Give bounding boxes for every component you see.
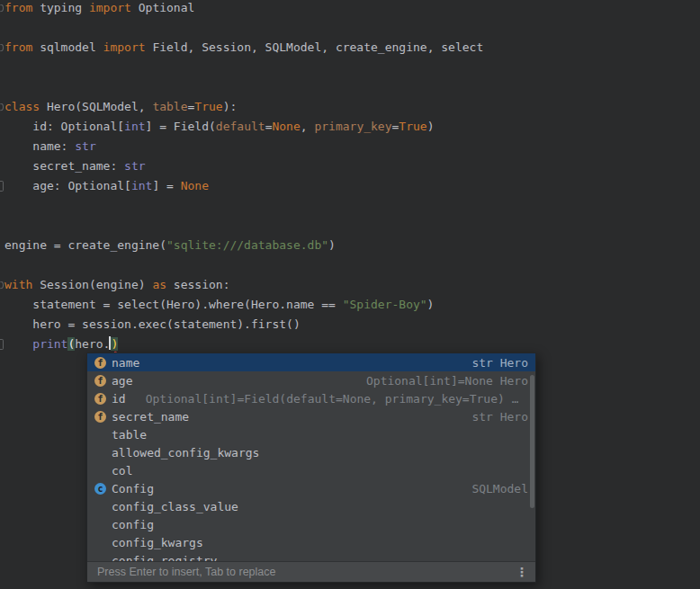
completion-label: config_class_value bbox=[112, 500, 238, 513]
code-line[interactable]: secret_name: str bbox=[0, 156, 700, 176]
completion-type-hint: SQLModel bbox=[462, 482, 528, 495]
code-token: True bbox=[194, 100, 222, 113]
code-token: ] = Field( bbox=[146, 120, 216, 133]
completion-label: name bbox=[112, 356, 139, 370]
gutter-icon[interactable] bbox=[0, 281, 4, 290]
completion-item[interactable]: fnamestr Hero bbox=[87, 353, 535, 371]
completion-signature: Optional[int]=Field(default=None, primar… bbox=[146, 392, 519, 406]
code-token: None bbox=[272, 120, 300, 133]
code-token: id: Optional[ bbox=[4, 120, 124, 133]
code-line[interactable]: with Session(engine) as session: bbox=[0, 275, 700, 295]
code-token: statement = select(Hero).where(Hero.name… bbox=[4, 298, 343, 311]
code-token: hero. bbox=[75, 337, 110, 351]
icon-spacer bbox=[94, 429, 106, 441]
completion-type-hint: Optional[int]=None Hero bbox=[357, 374, 528, 388]
code-token: ) bbox=[427, 120, 435, 133]
code-token: age: Optional[ bbox=[4, 179, 131, 192]
gutter-icon[interactable] bbox=[0, 44, 4, 52]
completion-item[interactable]: config_kwargs bbox=[87, 533, 535, 551]
completion-label: config_kwargs bbox=[112, 536, 203, 549]
code-token: hero = session.exec(statement).first() bbox=[4, 317, 301, 331]
footer-hint-text: Press Enter to insert, Tab to replace bbox=[97, 566, 275, 578]
completion-item[interactable]: cConfigSQLModel bbox=[87, 479, 535, 497]
completion-item[interactable]: config_class_value bbox=[87, 497, 535, 515]
autocomplete-popup: fnamestr HerofageOptional[int]=None Hero… bbox=[86, 353, 536, 583]
code-line[interactable]: engine = create_engine("sqlite:///databa… bbox=[0, 236, 700, 255]
completion-item[interactable]: config_registry bbox=[87, 551, 535, 561]
kebab-menu-icon[interactable]: ⋮ bbox=[516, 566, 528, 578]
code-line[interactable]: from sqlmodel import Field, Session, SQL… bbox=[0, 38, 700, 58]
code-line[interactable] bbox=[0, 216, 700, 236]
code-token: sqlmodel bbox=[32, 40, 103, 54]
code-token: secret_name: bbox=[4, 159, 124, 173]
code-token: ) bbox=[111, 337, 118, 351]
completion-type-hint: str Hero bbox=[462, 410, 528, 424]
code-line[interactable] bbox=[0, 255, 700, 275]
gutter-icon[interactable] bbox=[0, 181, 4, 192]
code-token: typing bbox=[32, 1, 89, 14]
code-token: "sqlite:///database.db" bbox=[166, 238, 328, 252]
code-line[interactable]: age: Optional[int] = None bbox=[0, 176, 700, 196]
code-line[interactable]: from typing import Optional bbox=[0, 0, 700, 18]
completion-item[interactable]: col bbox=[87, 461, 535, 479]
code-line[interactable] bbox=[0, 18, 700, 38]
code-line[interactable]: name: str bbox=[0, 137, 700, 156]
code-line[interactable] bbox=[0, 77, 700, 97]
completion-label: Config bbox=[112, 482, 154, 495]
code-token: class bbox=[4, 100, 40, 113]
code-token: str bbox=[124, 159, 145, 173]
completion-footer: Press Enter to insert, Tab to replace ⋮ bbox=[87, 561, 535, 582]
code-editor[interactable]: from typing import Optionalfrom sqlmodel… bbox=[0, 0, 700, 354]
code-token: "Spider-Boy" bbox=[343, 298, 427, 311]
code-token: int bbox=[124, 120, 145, 133]
gutter-icon[interactable] bbox=[0, 4, 4, 13]
completion-item[interactable]: fageOptional[int]=None Hero bbox=[87, 371, 535, 389]
code-token: from bbox=[4, 40, 32, 54]
completion-item[interactable]: table bbox=[87, 425, 535, 443]
field-icon: f bbox=[94, 357, 106, 369]
code-line[interactable]: hero = session.exec(statement).first() bbox=[0, 315, 700, 335]
completion-item[interactable]: fsecret_namestr Hero bbox=[87, 407, 535, 425]
completion-label: config bbox=[112, 518, 154, 531]
code-token: print bbox=[32, 337, 67, 351]
popup-scrollbar[interactable] bbox=[530, 375, 534, 508]
code-token: Field, Session, SQLModel, create_engine,… bbox=[146, 40, 484, 54]
code-token: None bbox=[181, 179, 209, 192]
completion-label: id bbox=[112, 392, 126, 406]
field-icon: f bbox=[94, 375, 106, 387]
code-token: , bbox=[301, 120, 315, 133]
code-token: as bbox=[152, 278, 166, 291]
code-line[interactable]: id: Optional[int] = Field(default=None, … bbox=[0, 117, 700, 137]
code-token: import bbox=[103, 40, 146, 54]
code-line[interactable]: class Hero(SQLModel, table=True): bbox=[0, 97, 700, 117]
completion-label: table bbox=[112, 428, 147, 442]
code-token: ) bbox=[328, 238, 336, 252]
completion-item[interactable]: config bbox=[87, 515, 535, 533]
code-line[interactable] bbox=[0, 196, 700, 216]
code-token: name: bbox=[4, 139, 75, 153]
code-line[interactable]: statement = select(Hero).where(Hero.name… bbox=[0, 295, 700, 315]
completion-label: allowed_config_kwargs bbox=[112, 446, 259, 460]
completion-item[interactable]: fidOptional[int]=Field(default=None, pri… bbox=[87, 389, 535, 407]
code-line[interactable] bbox=[0, 58, 700, 77]
code-token: default bbox=[216, 120, 265, 133]
icon-spacer bbox=[94, 519, 106, 531]
gutter-icon[interactable] bbox=[0, 339, 4, 350]
gutter-icon[interactable] bbox=[0, 103, 4, 112]
code-token: True bbox=[399, 120, 426, 133]
code-token: ): bbox=[223, 100, 238, 113]
code-token: ] = bbox=[152, 179, 180, 192]
code-token: Hero(SQLModel, bbox=[40, 100, 152, 113]
completion-item[interactable]: allowed_config_kwargs bbox=[87, 443, 535, 461]
icon-spacer bbox=[94, 537, 106, 549]
code-token: ) bbox=[427, 298, 435, 311]
code-line[interactable]: print(hero.) bbox=[0, 335, 700, 354]
code-token: primary_key bbox=[314, 120, 391, 133]
code-token: table bbox=[152, 100, 187, 113]
icon-spacer bbox=[94, 465, 106, 477]
completion-list: fnamestr HerofageOptional[int]=None Hero… bbox=[87, 353, 535, 561]
code-token: int bbox=[131, 179, 152, 192]
field-icon: f bbox=[94, 411, 106, 423]
completion-label: secret_name bbox=[112, 410, 189, 424]
completion-label: config_registry bbox=[112, 554, 217, 562]
